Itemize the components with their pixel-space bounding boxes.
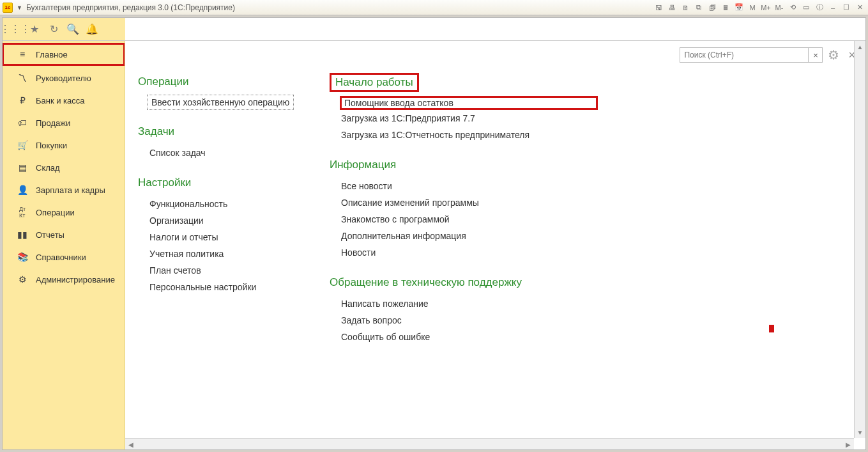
link-taxes-reports[interactable]: Налоги и отчеты (138, 229, 304, 245)
group-settings-title: Настройки (138, 176, 304, 189)
person-icon: 👤 (17, 185, 28, 195)
main-row: ≡ Главное 〽 Руководителю ₽ Банк и касса … (3, 41, 865, 449)
chart-line-icon: 〽 (17, 73, 28, 83)
scroll-down-icon[interactable]: ▼ (855, 426, 865, 438)
sidebar-label: Главное (36, 50, 68, 59)
link-load-1c77[interactable]: Загрузка из 1С:Предприятия 7.7 (330, 110, 598, 127)
sidebar-item-manager[interactable]: 〽 Руководителю (3, 67, 125, 89)
sidebar-item-purchases[interactable]: 🛒 Покупки (3, 134, 125, 156)
sidebar-item-bank[interactable]: ₽ Банк и касса (3, 90, 125, 111)
horizontal-scrollbar[interactable]: ◀ ▶ (125, 438, 854, 449)
sidebar-label: Покупки (36, 141, 67, 150)
group-start-wrap: Начало работы (330, 73, 598, 92)
search-input[interactable] (680, 48, 808, 62)
link-balances-helper-highlight: Помощник ввода остатков (340, 96, 598, 110)
sidebar-item-sales[interactable]: 🏷 Продажи (3, 112, 125, 134)
link-ask-question[interactable]: Задать вопрос (330, 312, 598, 329)
sidebar-label: Администрирование (36, 275, 115, 284)
group-info-title: Информация (330, 159, 598, 171)
titlebar: 1c ▼ Бухгалтерия предприятия, редакция 3… (0, 0, 868, 15)
search-clear-button[interactable]: × (808, 48, 822, 62)
search-row: × ⚙ × (680, 47, 855, 63)
vertical-scrollbar[interactable]: ▲ ▼ (854, 41, 865, 438)
bar-chart-icon: ▮▮ (17, 230, 28, 240)
preview-icon[interactable]: 🗎 (680, 2, 691, 13)
app-logo-icon: 1c (3, 3, 13, 13)
group-support-title: Обращение в техническую поддержку (330, 276, 598, 289)
minimize-icon[interactable]: – (827, 2, 839, 13)
search-icon[interactable]: 🔍 (65, 22, 80, 37)
link-functionality[interactable]: Функциональность (138, 196, 304, 212)
sidebar-label: Руководителю (36, 74, 91, 83)
link-chart-of-accounts[interactable]: План счетов (138, 262, 304, 279)
link-write-suggestion[interactable]: Написать пожелание (330, 295, 598, 312)
sidebar-item-references[interactable]: 📚 Справочники (3, 246, 125, 268)
memory-mminus-icon[interactable]: M- (773, 2, 785, 13)
menu-icon: ≡ (17, 49, 28, 59)
link-extra-info[interactable]: Дополнительная информация (330, 228, 598, 244)
ruble-icon: ₽ (17, 95, 28, 105)
grid-icon[interactable]: ⋮⋮⋮ (8, 22, 23, 37)
sidebar-item-operations[interactable]: ДтКт Операции (3, 201, 125, 223)
bell-icon[interactable]: 🔔 (84, 22, 100, 37)
content-inner: Операции Ввести хозяйственную операцию З… (125, 41, 865, 449)
link-changelog[interactable]: Описание изменений программы (330, 194, 598, 211)
link-accounting-policy[interactable]: Учетная политика (138, 245, 304, 262)
history-icon[interactable]: ↻ (46, 22, 61, 37)
link-intro[interactable]: Знакомство с программой (330, 211, 598, 228)
settings-gear-icon[interactable]: ⚙ (828, 47, 839, 63)
sidebar-label: Отчеты (36, 230, 65, 240)
close-icon[interactable]: ✕ (854, 2, 865, 13)
window-title: Бухгалтерия предприятия, редакция 3.0 (1… (26, 3, 653, 12)
sidebar-label: Продажи (36, 118, 70, 128)
scroll-left-icon[interactable]: ◀ (125, 439, 137, 449)
link-enter-operation[interactable]: Ввести хозяйственную операцию (147, 95, 294, 110)
link-task-list[interactable]: Список задач (138, 144, 304, 161)
scroll-right-icon[interactable]: ▶ (842, 439, 854, 449)
sidebar-label: Операции (36, 208, 75, 217)
cart-icon: 🛒 (17, 140, 28, 150)
help-icon[interactable]: ⓘ (814, 2, 825, 13)
link-all-news[interactable]: Все новости (330, 178, 598, 194)
content: × ⚙ × Операции Ввести хозяйственную опер… (125, 41, 865, 449)
calendar-icon[interactable]: 📅 (733, 2, 745, 13)
link-report-bug[interactable]: Сообщить об ошибке (330, 329, 598, 345)
link-balances-helper[interactable]: Помощник ввода остатков (344, 97, 453, 109)
right-column: Начало работы Помощник ввода остатков За… (330, 73, 598, 437)
sidebar-item-main[interactable]: ≡ Главное (3, 43, 125, 65)
save-icon[interactable]: 🖫 (653, 2, 664, 13)
sidebar-item-admin[interactable]: ⚙ Администрирование (3, 269, 125, 290)
copy-icon[interactable]: 🗐 (706, 2, 718, 13)
sidebar-item-reports[interactable]: ▮▮ Отчеты (3, 224, 125, 245)
maximize-icon[interactable]: ☐ (841, 2, 852, 13)
sidebar-label: Зарплата и кадры (36, 185, 105, 195)
compare-icon[interactable]: ⧉ (693, 2, 704, 13)
link-personal-settings[interactable]: Персональные настройки (138, 279, 304, 295)
book-icon: 📚 (17, 252, 28, 262)
layout-icon[interactable]: ▭ (800, 2, 812, 13)
link-news[interactable]: Новости (330, 244, 598, 261)
memory-mplus-icon[interactable]: M+ (760, 2, 772, 13)
scroll-up-icon[interactable]: ▲ (855, 41, 865, 52)
search-box: × (680, 47, 823, 63)
sidebar-label: Склад (36, 163, 60, 173)
sidebar: ≡ Главное 〽 Руководителю ₽ Банк и касса … (3, 41, 125, 449)
star-icon[interactable]: ★ (27, 22, 42, 37)
left-column: Операции Ввести хозяйственную операцию З… (138, 73, 304, 437)
titlebar-dropdown-icon[interactable]: ▼ (17, 4, 22, 11)
link-organizations[interactable]: Организации (138, 212, 304, 229)
gear-icon: ⚙ (17, 274, 28, 284)
sidebar-item-payroll[interactable]: 👤 Зарплата и кадры (3, 179, 125, 201)
dtct-icon: ДтКт (17, 206, 28, 219)
sidebar-item-warehouse[interactable]: ▤ Склад (3, 157, 125, 178)
sidebar-label: Банк и касса (36, 96, 85, 105)
print-icon[interactable]: 🖶 (666, 2, 678, 13)
cursor-marker-icon (769, 325, 774, 332)
memory-m-icon[interactable]: M (747, 2, 758, 13)
calc-icon[interactable]: 🖩 (720, 2, 731, 13)
tag-icon: 🏷 (17, 118, 28, 128)
back-icon[interactable]: ⟲ (787, 2, 798, 13)
group-operations-title: Операции (138, 75, 304, 88)
group-start-highlight: Начало работы (330, 73, 419, 92)
link-load-reporting[interactable]: Загрузка из 1С:Отчетность предпринимател… (330, 127, 598, 143)
